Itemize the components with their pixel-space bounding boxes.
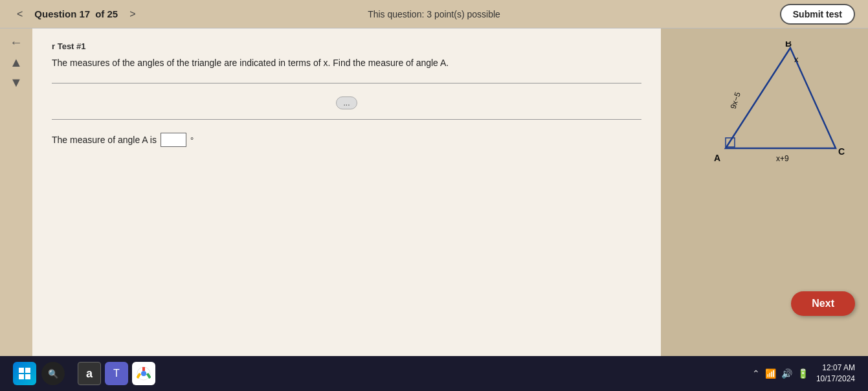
svg-point-7 xyxy=(141,371,146,376)
teams-icon[interactable]: T xyxy=(105,362,128,385)
svg-rect-3 xyxy=(25,368,30,373)
prev-question-button[interactable]: < xyxy=(13,7,27,21)
back-icon[interactable]: ← xyxy=(10,35,23,50)
triangle-svg: B A C x 9x−5 x+9 xyxy=(680,41,849,171)
answer-label: The measure of angle A is ° xyxy=(52,133,641,147)
expand-dots-button[interactable]: ... xyxy=(336,96,357,109)
question-area: r Test #1 The measures of the angles of … xyxy=(32,28,661,356)
answer-prefix-text: The measure of angle A is xyxy=(52,135,157,145)
windows-icon[interactable] xyxy=(13,362,36,385)
next-button[interactable]: Next xyxy=(791,291,855,316)
svg-rect-5 xyxy=(25,374,30,379)
degree-symbol: ° xyxy=(190,135,194,145)
vertex-a-label: A xyxy=(714,153,720,163)
divider2 xyxy=(52,119,641,120)
main-content: ← ▲ ▼ r Test #1 The measures of the angl… xyxy=(0,28,868,356)
angle-a-input[interactable] xyxy=(161,133,186,147)
taskbar-right: ⌃ 📶 🔊 🔋 12:07 AM 10/17/2024 xyxy=(752,363,855,385)
network-icon[interactable]: 📶 xyxy=(765,368,776,379)
scroll-up-icon[interactable]: ▲ xyxy=(10,55,23,70)
question-navigation: Question 17 of 25 xyxy=(34,8,118,19)
angle-b-label: x xyxy=(794,54,799,64)
taskbar: 🔍 a T ⌃ 📶 🔊 xyxy=(0,356,868,391)
side-ab-label: 9x−5 xyxy=(729,91,743,110)
sidebar-left: ← ▲ ▼ xyxy=(0,28,32,356)
app-icons: a T xyxy=(78,362,155,385)
answer-section: The measure of angle A is ° xyxy=(52,133,641,147)
header: < Question 17 of 25 > This question: 3 p… xyxy=(0,0,868,28)
submit-test-button[interactable]: Submit test xyxy=(780,4,855,25)
time-display: 12:07 AM xyxy=(816,363,855,374)
battery-icon[interactable]: 🔋 xyxy=(797,368,808,379)
side-ac-label: x+9 xyxy=(776,154,789,163)
input-method-icon[interactable]: a xyxy=(78,362,101,385)
svg-marker-0 xyxy=(726,48,836,148)
system-icons: ⌃ 📶 🔊 🔋 xyxy=(752,368,808,379)
vertex-c-label: C xyxy=(838,146,845,157)
dots-indicator: ... xyxy=(52,96,641,109)
question-info: This question: 3 point(s) possible xyxy=(368,9,500,19)
question-of: of 25 xyxy=(95,8,118,19)
question-label: Question 17 xyxy=(34,8,90,19)
clock: 12:07 AM 10/17/2024 xyxy=(816,363,855,385)
chevron-up-icon[interactable]: ⌃ xyxy=(752,368,760,379)
taskbar-icons: 🔍 xyxy=(13,362,65,385)
test-title: r Test #1 xyxy=(52,41,641,51)
date-display: 10/17/2024 xyxy=(816,374,855,385)
scroll-down-icon[interactable]: ▼ xyxy=(10,75,23,90)
header-left: < Question 17 of 25 > xyxy=(13,7,140,21)
svg-rect-2 xyxy=(19,368,24,373)
question-text: The measures of the angles of the triang… xyxy=(52,56,641,70)
search-taskbar-icon[interactable]: 🔍 xyxy=(41,362,65,385)
taskbar-left: 🔍 a T xyxy=(13,362,155,385)
vertex-b-label: B xyxy=(785,41,792,49)
triangle-diagram: B A C x 9x−5 x+9 xyxy=(680,41,849,171)
divider xyxy=(52,83,641,84)
svg-rect-4 xyxy=(19,374,24,379)
next-question-button[interactable]: > xyxy=(126,7,139,21)
volume-icon[interactable]: 🔊 xyxy=(781,368,792,379)
content-wrapper: ← ▲ ▼ r Test #1 The measures of the angl… xyxy=(0,28,868,356)
chrome-icon[interactable] xyxy=(132,362,155,385)
